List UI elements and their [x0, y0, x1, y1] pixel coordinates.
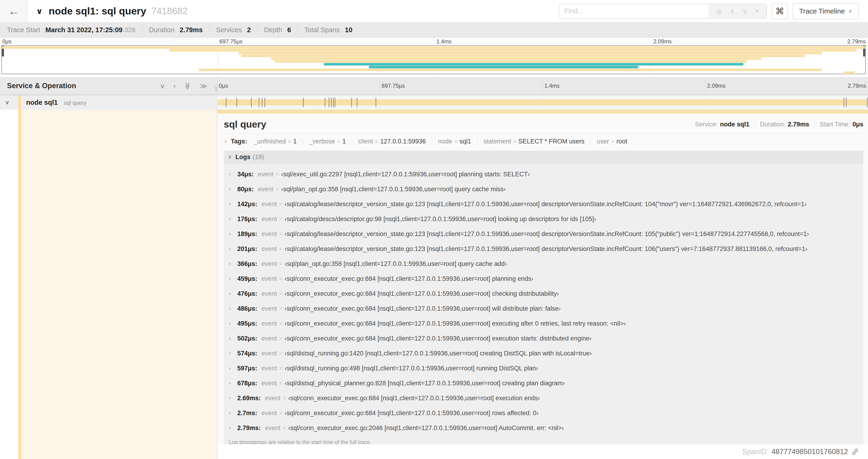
- collapse-all-icon[interactable]: ∨: [160, 82, 165, 90]
- trace-view-selector[interactable]: Trace Timeline ∨: [793, 3, 859, 19]
- minimap-span-bar: [2, 46, 865, 49]
- minimap-span-bar: [844, 71, 855, 74]
- collapse-deep-icon[interactable]: ≫: [184, 82, 192, 89]
- detail-row-span-bar: [217, 110, 868, 113]
- log-event-marker[interactable]: [329, 97, 329, 107]
- minimap-canvas[interactable]: [1, 45, 866, 74]
- minimap-span-bar: [324, 63, 743, 66]
- log-event-marker[interactable]: [335, 97, 335, 107]
- tags-accordian[interactable]: › Tags: _unfinished=1_verbose=1client=12…: [224, 134, 863, 149]
- equals-sign: =: [279, 291, 282, 297]
- log-event-marker[interactable]: [357, 97, 357, 107]
- span-row-names: node sql1 sql query: [26, 99, 87, 106]
- next-match-icon[interactable]: ∨: [742, 7, 747, 15]
- span-color-bar: [18, 95, 21, 110]
- log-entry[interactable]: › 201μs: event = ‹sql/catalog/lease/desc…: [224, 241, 863, 256]
- prev-match-icon[interactable]: ∧: [730, 7, 735, 15]
- log-field-key: event: [261, 230, 277, 238]
- log-entry[interactable]: › 486μs: event = ‹sql/conn_executor_exec…: [224, 301, 863, 316]
- clear-find-icon[interactable]: ×: [755, 7, 759, 15]
- back-button[interactable]: ←: [0, 0, 28, 22]
- log-event-marker[interactable]: [867, 97, 868, 107]
- separator: [352, 138, 352, 145]
- log-entry[interactable]: › 2.79ms: event = ‹sql/conn_executor_exe…: [224, 421, 863, 435]
- span-row-label[interactable]: ∨ node sql1 sql query: [0, 95, 217, 110]
- column-resizer[interactable]: [215, 86, 217, 91]
- chevron-right-icon: ›: [229, 321, 234, 327]
- log-event-marker[interactable]: [846, 97, 846, 107]
- collapse-children-icon[interactable]: ∨: [5, 99, 9, 106]
- keyboard-shortcuts-button[interactable]: ⌘: [772, 3, 788, 19]
- log-entry[interactable]: › 2.7ms: event = ‹sql/conn_executor_exec…: [224, 405, 863, 421]
- log-event-marker[interactable]: [237, 97, 237, 107]
- trace-stat: Services 2: [216, 26, 251, 34]
- equals-sign: =: [279, 216, 282, 222]
- equals-sign: =: [337, 138, 340, 144]
- log-timestamp: 366μs:: [237, 260, 257, 267]
- log-event-marker[interactable]: [351, 97, 352, 107]
- span-rows: ∨ node sql1 sql query: [0, 95, 868, 110]
- log-entry[interactable]: › 80μs: event = ‹sql/plan_opt.go:358 [ns…: [224, 182, 863, 197]
- log-entry[interactable]: › 34μs: event = ‹sql/exec_util.go:2297 […: [224, 167, 863, 182]
- log-field-key: event: [261, 320, 277, 327]
- expand-all-icon[interactable]: ≫: [200, 82, 207, 90]
- deep-link-icon[interactable]: [851, 448, 859, 456]
- log-entry[interactable]: › 597μs: event = ‹sql/distsql_running.go…: [224, 361, 863, 376]
- log-event-marker[interactable]: [251, 97, 251, 107]
- detail-row-left-column: [0, 110, 217, 459]
- log-timestamp: 476μs:: [237, 290, 257, 297]
- collapse-trace-header-icon[interactable]: ∨: [36, 6, 43, 16]
- span-row-timeline[interactable]: [217, 95, 868, 110]
- stat-suffix: .326: [123, 26, 135, 34]
- log-event-marker[interactable]: [265, 97, 265, 107]
- trace-id: 7418682: [151, 6, 188, 16]
- expand-one-icon[interactable]: ›: [174, 82, 176, 90]
- log-entry[interactable]: › 366μs: event = ‹sql/plan_opt.go:358 [n…: [224, 256, 863, 271]
- span-detail-header[interactable]: sql query Service:node sql1Duration:2.79…: [224, 115, 863, 134]
- separator: [209, 26, 209, 34]
- chevron-right-icon: ›: [229, 380, 234, 386]
- tag-item: _verbose=1: [309, 138, 346, 145]
- log-field-value: ‹sql/catalog/lease/descriptor_version_st…: [285, 245, 807, 253]
- log-entry[interactable]: › 176μs: event = ‹sql/catalog/descs/desc…: [224, 211, 863, 226]
- log-entry[interactable]: › 142μs: event = ‹sql/catalog/lease/desc…: [224, 197, 863, 211]
- log-field-value: ‹sql/conn_executor_exec.go:684 [nsql1,cl…: [285, 409, 538, 417]
- service-name: node sql1: [26, 99, 58, 106]
- service-operation-header: Service & Operation ∨ › ≫ ≫: [0, 77, 217, 95]
- tag-value: 127.0.0.1:59936: [380, 138, 426, 145]
- log-entry[interactable]: › 2.69ms: event = ‹sql/conn_executor_exe…: [224, 391, 863, 405]
- log-entry[interactable]: › 574μs: event = ‹sql/distsql_running.go…: [224, 346, 863, 361]
- gridline: [542, 95, 543, 110]
- find-input[interactable]: [559, 4, 709, 18]
- log-field-key: event: [261, 409, 277, 417]
- log-event-marker[interactable]: [259, 97, 259, 107]
- chevron-right-icon: ›: [229, 365, 234, 371]
- log-event-marker[interactable]: [331, 97, 332, 107]
- log-event-marker[interactable]: [376, 97, 376, 107]
- log-entry[interactable]: › 495μs: event = ‹sql/conn_executor_exec…: [224, 316, 863, 331]
- log-event-marker[interactable]: [262, 97, 262, 107]
- locate-icon[interactable]: ◎: [716, 7, 722, 15]
- log-event-marker[interactable]: [325, 97, 325, 107]
- log-event-marker[interactable]: [226, 97, 226, 107]
- minimap-span-bar: [169, 49, 857, 52]
- equals-sign: =: [279, 246, 282, 252]
- log-field-value: ‹sql/catalog/lease/descriptor_version_st…: [285, 201, 806, 208]
- log-entry[interactable]: › 189μs: event = ‹sql/catalog/lease/desc…: [224, 226, 863, 241]
- log-entry[interactable]: › 476μs: event = ‹sql/conn_executor_exec…: [224, 286, 863, 301]
- chevron-right-icon: ›: [225, 138, 226, 144]
- log-field-key: event: [261, 260, 277, 267]
- span-summary: Service:node sql1Duration:2.79msStart Ti…: [695, 121, 863, 128]
- log-event-marker[interactable]: [333, 97, 334, 107]
- log-event-marker[interactable]: [844, 97, 844, 107]
- log-entry[interactable]: › 678μs: event = ‹sql/distsql_physical_p…: [224, 376, 863, 391]
- log-field-value: ‹sql/conn_executor_exec.go:2046 [nsql1,c…: [288, 424, 564, 432]
- log-entry[interactable]: › 459μs: event = ‹sql/conn_executor_exec…: [224, 271, 863, 286]
- minimap-tick-labels: 0μs697.75μs1.4ms2.09ms2.79ms: [0, 38, 868, 45]
- tag-key: statement: [484, 138, 511, 145]
- log-event-marker[interactable]: [303, 97, 304, 107]
- log-timestamp: 495μs:: [237, 320, 257, 327]
- log-entry[interactable]: › 502μs: event = ‹sql/conn_executor_exec…: [224, 331, 863, 346]
- chevron-down-icon: ∨: [849, 8, 852, 14]
- logs-header[interactable]: ∨ Logs (18): [224, 151, 863, 163]
